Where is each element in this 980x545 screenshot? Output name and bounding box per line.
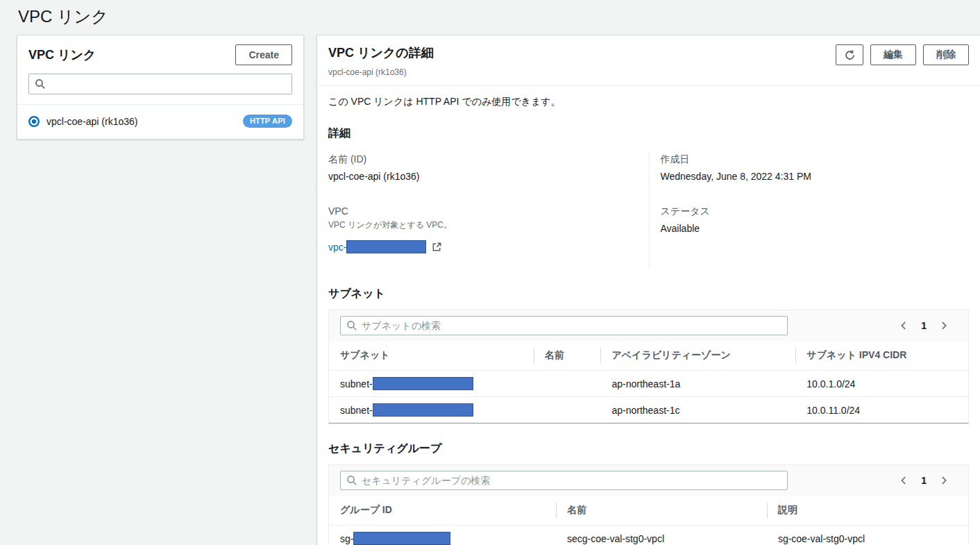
security-groups-pagination: 1: [897, 474, 957, 487]
redacted-vpc-id: [346, 240, 426, 253]
subnet-cidr-cell: 10.0.11.0/24: [795, 397, 968, 424]
refresh-button[interactable]: [836, 44, 863, 65]
redacted-subnet-id: [373, 403, 473, 417]
http-api-notice: この VPC リンクは HTTP API でのみ使用できます。: [328, 94, 969, 108]
refresh-icon: [844, 49, 856, 61]
search-icon: [35, 78, 46, 90]
security-groups-search-input[interactable]: [340, 471, 788, 490]
page-title: VPC リンク: [0, 0, 980, 35]
vpc-link-item-label: vpcl-coe-api (rk1o36): [47, 116, 138, 127]
field-name-id-label: 名前 (ID): [328, 153, 638, 166]
field-vpc-label: VPC: [328, 206, 638, 217]
subnets-pagination: 1: [897, 319, 957, 332]
field-created-value: Wednesday, June 8, 2022 4:31 PM: [661, 171, 958, 182]
details-heading: 詳細: [328, 126, 969, 141]
sg-description-cell: sg-coe-val-stg0-vpcl: [767, 526, 968, 545]
subnet-id-prefix: subnet-: [340, 378, 373, 389]
edit-button[interactable]: 編集: [870, 44, 916, 65]
security-groups-table: グループ ID 名前 説明 sg- secg-coe-val-stg0-vpcl…: [329, 496, 968, 545]
create-button[interactable]: Create: [235, 44, 292, 65]
main-layout: VPC リンク Create vpcl-coe-api (rk1o36) HTT…: [0, 35, 980, 545]
details-grid: 名前 (ID) vpcl-coe-api (rk1o36) 作成日 Wednes…: [328, 152, 969, 269]
subnets-col-subnet: サブネット: [329, 341, 534, 371]
field-status: ステータス Available: [649, 197, 970, 269]
previous-page-button[interactable]: [897, 474, 910, 487]
vpc-link-list-item[interactable]: vpcl-coe-api (rk1o36) HTTP API: [17, 105, 303, 139]
subnet-az-cell: ap-northeast-1a: [600, 371, 795, 397]
subnets-col-az: アベイラビリティーゾーン: [600, 341, 795, 371]
sg-id-prefix: sg-: [340, 533, 353, 544]
security-groups-heading: セキュリティグループ: [328, 442, 969, 456]
table-row[interactable]: subnet- ap-northeast-1c 10.0.11.0/24: [329, 397, 968, 424]
subnet-name-cell: [534, 397, 601, 424]
next-page-button[interactable]: [938, 319, 950, 332]
subnets-heading: サブネット: [328, 287, 969, 301]
vpc-link-list-header: VPC リンク Create: [17, 35, 303, 72]
table-row[interactable]: subnet- ap-northeast-1a 10.0.1.0/24: [329, 371, 968, 397]
security-groups-table-card: 1 グループ ID 名前 説明: [328, 464, 969, 545]
subnet-name-cell: [534, 371, 601, 397]
field-name-id: 名前 (ID) vpcl-coe-api (rk1o36): [328, 152, 649, 197]
chevron-right-icon: [939, 321, 949, 330]
vpc-link-value[interactable]: vpc-: [328, 240, 638, 253]
subnet-cidr-cell: 10.0.1.0/24: [795, 371, 968, 397]
external-link-icon[interactable]: [432, 242, 442, 252]
detail-panel-header: VPC リンクの詳細 vpcl-coe-api (rk1o36) 編集 削除: [317, 35, 980, 85]
next-page-button[interactable]: [938, 474, 950, 487]
sg-name-cell: secg-coe-val-stg0-vpcl: [556, 526, 767, 545]
subnets-table-card: 1 サブネット 名前 アベイラビリティーゾーン サブネット IPV4 CIDR: [328, 310, 969, 424]
security-groups-table-toolbar: 1: [329, 465, 968, 496]
radio-selected-icon[interactable]: [28, 116, 40, 127]
chevron-left-icon: [899, 321, 909, 330]
subnets-table-toolbar: 1: [329, 310, 968, 341]
vpc-link-search-wrap: [17, 72, 303, 104]
delete-button[interactable]: 削除: [923, 44, 969, 65]
field-created: 作成日 Wednesday, June 8, 2022 4:31 PM: [649, 152, 970, 197]
detail-panel-subtitle: vpcl-coe-api (rk1o36): [328, 67, 434, 77]
subnet-id-prefix: subnet-: [340, 405, 373, 416]
detail-toolbar: 編集 削除: [836, 44, 969, 65]
field-status-label: ステータス: [661, 206, 958, 218]
sg-col-description: 説明: [767, 496, 968, 526]
sg-col-name: 名前: [556, 496, 767, 526]
sg-col-group-id: グループ ID: [329, 496, 556, 526]
vpc-link-detail-panel: VPC リンクの詳細 vpcl-coe-api (rk1o36) 編集 削除 こ…: [316, 35, 980, 545]
subnets-col-name: 名前: [534, 341, 601, 371]
table-row[interactable]: sg- secg-coe-val-stg0-vpcl sg-coe-val-st…: [329, 526, 968, 545]
search-icon: [346, 475, 357, 486]
http-api-badge: HTTP API: [243, 115, 292, 128]
field-vpc: VPC VPC リンクが対象とする VPC。 vpc-: [328, 197, 649, 269]
current-page-number[interactable]: 1: [921, 320, 927, 331]
field-vpc-description: VPC リンクが対象とする VPC。: [328, 219, 638, 231]
vpc-id-prefix[interactable]: vpc-: [328, 242, 346, 253]
detail-panel-body: この VPC リンクは HTTP API でのみ使用できます。 詳細 名前 (I…: [317, 86, 980, 545]
chevron-right-icon: [939, 476, 949, 485]
detail-panel-title: VPC リンクの詳細: [328, 44, 434, 61]
field-status-value: Available: [661, 223, 958, 234]
current-page-number[interactable]: 1: [921, 475, 927, 486]
field-created-label: 作成日: [661, 153, 958, 166]
redacted-subnet-id: [373, 377, 473, 390]
redacted-sg-id: [353, 532, 450, 545]
search-icon: [346, 320, 357, 331]
field-name-id-value: vpcl-coe-api (rk1o36): [328, 171, 638, 182]
previous-page-button[interactable]: [897, 319, 910, 332]
vpc-link-search-input[interactable]: [28, 74, 292, 94]
subnets-search-input[interactable]: [340, 316, 788, 335]
vpc-link-list-card: VPC リンク Create vpcl-coe-api (rk1o36) HTT…: [17, 35, 304, 140]
vpc-link-list-title: VPC リンク: [28, 47, 96, 63]
subnet-az-cell: ap-northeast-1c: [600, 397, 795, 424]
subnets-table: サブネット 名前 アベイラビリティーゾーン サブネット IPV4 CIDR su…: [329, 341, 968, 423]
chevron-left-icon: [899, 476, 909, 485]
subnets-col-cidr: サブネット IPV4 CIDR: [795, 341, 968, 371]
